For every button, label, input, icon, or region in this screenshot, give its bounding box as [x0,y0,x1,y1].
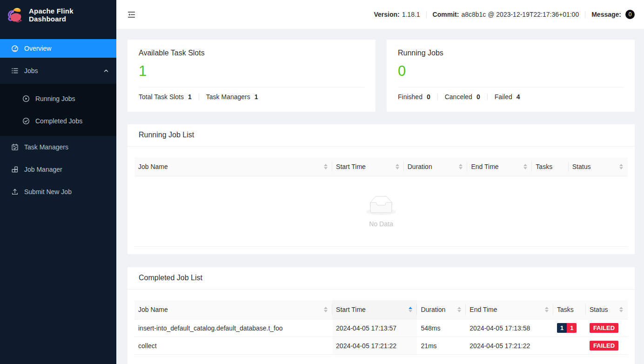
completed-job-list-panel: Completed Job List Job Name [127,267,635,364]
sidebar-item-job-manager[interactable]: Job Manager [0,160,116,179]
sorter-icon [324,307,328,312]
sidebar-item-label: Task Managers [24,143,68,151]
column-header-end-time[interactable]: End Time [467,157,532,176]
sidebar-menu: Overview Jobs [0,30,116,201]
status-badge-failed: FAILED [590,323,618,333]
main-area: Version: 1.18.1 Commit: a8c8b1c @ 2023-1… [116,0,644,364]
empty-inbox-icon [366,196,396,215]
check-circle-icon [22,117,30,125]
column-header-end-time[interactable]: End Time [466,300,553,319]
divider [487,94,488,100]
card-footer: Total Task Slots 1 Task Managers 1 [139,88,364,106]
stat-label: Total Task Slots [139,93,184,101]
tasks-failed-badge: 1 [567,323,577,333]
panel-body: Job Name Start Time Duration [127,290,635,362]
stat-label: Canceled [445,93,472,101]
stat-label: Finished [398,93,423,101]
message-count-badge: 0 [625,10,635,19]
dashboard-icon [11,45,19,52]
table-row: insert-into_default_catalog.default_data… [134,319,628,337]
sidebar-item-label: Jobs [24,67,38,74]
column-label: Job Name [138,163,168,170]
column-header-tasks: Tasks [532,157,568,176]
end-time-cell: 2024-04-05 17:13:58 [466,319,553,337]
logo: Apache Flink Dashboard [0,0,116,30]
sidebar: Apache Flink Dashboard Overview [0,0,116,364]
sorter-icon [459,164,463,169]
commit-value: a8c8b1c @ 2023-12-19T22:17:36+01:00 [461,11,579,18]
table-header-row: Job Name Start Time Duration [134,157,628,176]
available-task-slots-card: Available Task Slots 1 Total Task Slots … [127,40,376,112]
tasks-total-badge: 1 [557,323,567,333]
schedule-icon [11,143,19,151]
overview-cards: Available Task Slots 1 Total Task Slots … [127,40,635,112]
stat-value: 1 [188,93,192,101]
start-time-cell: 2024-04-05 17:21:22 [332,337,417,355]
column-header-job-name[interactable]: Job Name [134,157,332,176]
available-task-slots-value: 1 [139,63,364,79]
table-header-row: Job Name Start Time Duration [134,300,628,319]
sidebar-item-label: Submit New Job [24,188,72,195]
version-label: Version: [374,11,399,18]
column-label: End Time [470,306,497,313]
sorter-icon-ascending-active [409,307,412,312]
column-label: Tasks [557,306,574,313]
app-title: Apache Flink Dashboard [29,7,110,23]
panel-body: Job Name Start Time Duration [127,147,635,254]
column-header-job-name[interactable]: Job Name [134,300,332,319]
stat-label: Task Managers [206,93,250,101]
column-header-tasks: Tasks [553,300,586,319]
column-header-status[interactable]: Status [569,157,628,176]
sidebar-item-submit-new-job[interactable]: Submit New Job [0,182,116,201]
divider [585,11,585,18]
panel-title: Running Job List [127,124,635,147]
divider [199,94,199,100]
column-header-start-time[interactable]: Start Time [332,157,404,176]
stat-value: 0 [476,93,480,101]
column-label: Duration [421,306,445,313]
chevron-up-icon [103,68,109,74]
column-label: Duration [408,163,432,170]
stat-value: 4 [517,93,520,101]
topbar: Version: 1.18.1 Commit: a8c8b1c @ 2023-1… [116,0,644,29]
status-badge-failed: FAILED [590,341,618,351]
sorter-icon [396,164,399,169]
sorter-icon [545,307,549,312]
card-title: Running Jobs [398,49,624,57]
divider [426,11,427,18]
status-cell: FAILED [586,337,628,355]
sidebar-item-completed-jobs[interactable]: Completed Jobs [0,112,116,130]
menu-fold-icon[interactable] [127,11,135,19]
sorter-icon [619,164,623,169]
column-header-start-time[interactable]: Start Time [332,300,417,319]
column-label: Status [590,306,608,313]
unordered-list-icon [11,67,19,74]
column-header-duration[interactable]: Duration [404,157,468,176]
stat-value: 0 [427,93,430,101]
divider [437,94,438,100]
content: Available Task Slots 1 Total Task Slots … [116,29,644,364]
sidebar-item-jobs[interactable]: Jobs [0,61,116,80]
job-name-cell[interactable]: insert-into_default_catalog.default_data… [134,319,332,337]
build-info: Version: 1.18.1 Commit: a8c8b1c @ 2023-1… [374,10,635,19]
column-label: End Time [471,163,498,170]
sorter-icon [523,164,527,169]
empty-state: No Data [134,176,628,247]
column-header-duration[interactable]: Duration [417,300,466,319]
column-label: Start Time [336,163,366,170]
stat-value: 1 [255,93,258,101]
start-time-cell: 2024-04-05 17:13:57 [332,319,417,337]
card-title: Available Task Slots [139,49,364,57]
column-header-status[interactable]: Status [586,300,628,319]
running-job-list-panel: Running Job List Job Name [127,124,635,254]
sidebar-item-task-managers[interactable]: Task Managers [0,138,116,156]
job-name-cell[interactable]: collect [134,337,332,355]
running-jobs-card: Running Jobs 0 Finished 0 Canceled 0 Fai… [387,40,635,112]
commit-label: Commit: [433,11,459,18]
sorter-icon [619,307,623,312]
play-circle-icon [22,95,30,102]
sidebar-item-overview[interactable]: Overview [0,39,116,58]
sidebar-item-running-jobs[interactable]: Running Jobs [0,89,116,108]
status-cell: FAILED [586,319,628,337]
sorter-icon [324,164,328,169]
